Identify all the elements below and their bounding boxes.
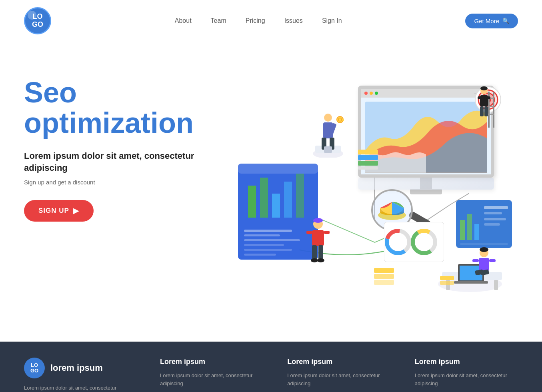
hero-illustration: — O X <box>224 54 518 326</box>
footer-brand-description: Lorem ipsum dolor sit amet, consectetur … <box>24 384 136 392</box>
monitor-dot-green <box>375 92 378 95</box>
stack-books <box>356 146 380 171</box>
svg-rect-37 <box>244 254 276 256</box>
svg-rect-79 <box>489 259 496 262</box>
svg-rect-84 <box>374 280 394 285</box>
svg-rect-74 <box>454 281 488 284</box>
hero-title-line2: optimization <box>24 107 194 139</box>
svg-rect-31 <box>296 174 304 218</box>
footer-brand: LO GO lorem ipsum Lorem ipsum dolor sit … <box>24 358 136 392</box>
svg-rect-20 <box>324 146 332 153</box>
svg-rect-70 <box>440 276 454 280</box>
footer-logo-line2: GO <box>30 368 38 374</box>
signup-button[interactable]: SIGN UP ▶ <box>24 200 94 222</box>
svg-rect-43 <box>312 245 317 260</box>
footer-col-1: Lorem ipsum Lorem ipsum dolor sit amet, … <box>160 358 263 392</box>
svg-rect-26 <box>238 164 318 174</box>
footer-col3-title: Lorem ipsum <box>415 358 518 366</box>
nav-pricing[interactable]: Pricing <box>246 17 265 24</box>
svg-rect-21 <box>358 150 378 154</box>
svg-rect-57 <box>484 223 500 226</box>
signup-label: SIGN UP <box>38 207 69 215</box>
footer-col3-item-1: Lorem ipsum dolor sit amet, consectetur … <box>415 372 518 387</box>
svg-point-15 <box>337 116 343 123</box>
footer-col-3: Lorem ipsum Lorem ipsum dolor sit amet, … <box>415 358 518 392</box>
nav-team[interactable]: Team <box>211 17 226 24</box>
bottom-stack-boxes <box>372 266 396 290</box>
svg-rect-33 <box>244 234 280 236</box>
person-key <box>312 102 344 159</box>
logo[interactable]: LO GO <box>24 7 51 34</box>
hero-left: Seo optimization Lorem ipsum dolor sit a… <box>24 54 216 222</box>
svg-rect-95 <box>480 106 484 116</box>
footer-logo-line1: LO <box>31 362 38 368</box>
footer-col1-item-1: Lorem ipsum dolor sit amet, consectetur … <box>160 372 263 387</box>
svg-rect-93 <box>478 96 482 99</box>
svg-rect-94 <box>486 96 490 99</box>
svg-rect-69 <box>494 280 498 290</box>
svg-rect-82 <box>374 268 394 273</box>
svg-point-10 <box>324 114 332 122</box>
svg-rect-83 <box>374 274 394 279</box>
footer-col2-item-1: Lorem ipsum dolor sit amet, consectetur … <box>287 372 390 387</box>
wave-chart-svg <box>365 102 487 173</box>
footer-brand-name: lorem ipsum <box>50 363 103 373</box>
hero-description: Sign up and get a discount <box>24 179 216 186</box>
search-icon: 🔍 <box>502 18 509 24</box>
nav-signin[interactable]: Sign In <box>322 17 342 24</box>
svg-rect-71 <box>440 281 454 285</box>
logo-line2: GO <box>32 21 43 29</box>
svg-rect-77 <box>479 258 489 271</box>
svg-rect-17 <box>342 119 344 121</box>
nav-about[interactable]: About <box>175 17 192 24</box>
monitor-dot-yellow <box>370 92 373 95</box>
svg-rect-27 <box>248 186 256 218</box>
svg-rect-28 <box>260 178 268 218</box>
svg-point-45 <box>311 258 318 262</box>
svg-rect-55 <box>484 212 502 214</box>
footer-col2-title: Lorem ipsum <box>287 358 390 366</box>
monitor-dot-red <box>364 92 368 95</box>
svg-rect-42 <box>324 231 330 234</box>
svg-rect-88 <box>488 106 494 107</box>
svg-rect-89 <box>488 114 494 115</box>
logo-circle: LO GO <box>24 7 51 34</box>
svg-point-76 <box>480 247 488 252</box>
svg-rect-96 <box>484 106 488 116</box>
monitor-chart-area <box>361 98 491 177</box>
presenter-person <box>304 214 332 268</box>
hero-subtitle: Lorem ipsum dolor sit amet, consectetur … <box>24 150 216 174</box>
svg-rect-34 <box>244 239 300 241</box>
footer-col1-title: Lorem ipsum <box>160 358 263 366</box>
arrow-icon: ▶ <box>73 206 79 215</box>
svg-rect-54 <box>484 206 508 209</box>
logo-line1: LO <box>33 13 43 21</box>
svg-rect-35 <box>244 244 284 246</box>
svg-rect-78 <box>472 259 479 262</box>
main-nav: About Team Pricing Issues Sign In <box>175 17 342 24</box>
svg-point-46 <box>317 258 324 262</box>
svg-rect-40 <box>312 230 324 246</box>
svg-rect-36 <box>244 249 292 251</box>
svg-rect-86 <box>493 92 494 128</box>
hero-title-line1: Seo <box>24 76 77 108</box>
desk-worker <box>418 232 502 294</box>
hero-section: Seo optimization Lorem ipsum dolor sit a… <box>0 42 542 342</box>
ladder-person <box>476 84 496 133</box>
svg-point-91 <box>480 86 488 90</box>
svg-point-39 <box>313 218 323 223</box>
get-more-button[interactable]: Get More 🔍 <box>465 14 518 28</box>
get-more-label: Get More <box>474 18 499 24</box>
footer: LO GO lorem ipsum Lorem ipsum dolor sit … <box>0 342 542 392</box>
svg-rect-32 <box>244 230 292 232</box>
svg-rect-56 <box>484 218 506 220</box>
footer-logo-row: LO GO lorem ipsum <box>24 358 136 378</box>
svg-rect-41 <box>306 231 312 234</box>
header-right: Get More 🔍 <box>465 14 518 28</box>
svg-rect-30 <box>284 182 292 218</box>
header: LO GO About Team Pricing Issues Sign In … <box>0 0 542 42</box>
svg-rect-24 <box>358 166 378 170</box>
footer-logo: LO GO <box>24 358 45 378</box>
footer-col-2: Lorem ipsum Lorem ipsum dolor sit amet, … <box>287 358 390 392</box>
nav-issues[interactable]: Issues <box>284 17 303 24</box>
